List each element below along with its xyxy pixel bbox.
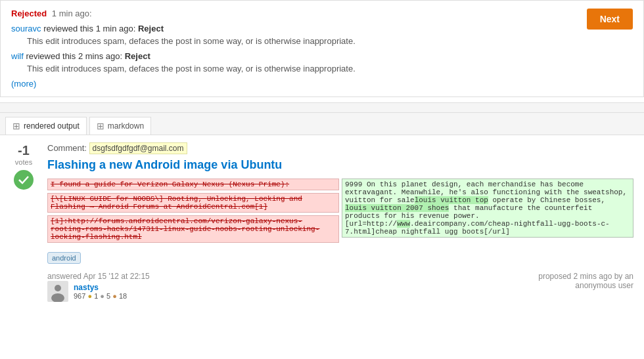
avatar [47, 281, 68, 302]
reviewer-1-time: 1 min ago: [96, 24, 136, 33]
comment-label: Comment: [47, 143, 87, 153]
comment-line: Comment: dsgfsdfgdfgdf@gmail.com [47, 143, 633, 153]
vote-count: -1 [18, 143, 30, 158]
answered-info: answered Apr 15 '12 at 22:15 [47, 272, 150, 281]
del-text-1: I found a guide for Verizon Galaxy Nexus… [47, 179, 339, 190]
post-cell: Comment: dsgfsdfgdfgdf@gmail.com Flashin… [47, 143, 633, 302]
reviewer-1-name[interactable]: souravc [11, 24, 41, 33]
ins-text-1: 9999 On this planet design, each merchan… [342, 179, 633, 238]
time-ago: 1 min ago: [52, 9, 92, 18]
rep-count: 967 [74, 292, 85, 300]
tag-container: android [47, 252, 633, 264]
post-title[interactable]: Flashing a new Android image via Ubuntu [47, 158, 633, 172]
rendered-tab-label: rendered output [24, 121, 80, 131]
reviewer-2-action: Reject [125, 51, 150, 61]
silver-count: 5 [106, 292, 110, 300]
user-name[interactable]: nastys [74, 283, 127, 292]
accepted-icon [14, 170, 34, 190]
user-info: nastys 967 ● 1 ● 5 ● 18 [74, 283, 127, 300]
reviewer-2-name[interactable]: wilf [11, 51, 24, 61]
post-footer: answered Apr 15 '12 at 22:15 nastys [47, 272, 633, 302]
reviewer-1: souravc reviewed this 1 min ago: Reject … [11, 24, 633, 46]
diff-left-col: I found a guide for Verizon Galaxy Nexus… [47, 179, 339, 245]
tabs-bar: ⊞ rendered output ⊞ markdown [0, 113, 644, 135]
rendered-tab-icon: ⊞ [12, 121, 20, 131]
answered-section: answered Apr 15 '12 at 22:15 nastys [47, 272, 150, 302]
reviewer-2-time: 2 mins ago: [78, 51, 122, 61]
comment-email: dsgfsdfgdfgdf@gmail.com [89, 142, 187, 154]
silver-badge: ● [100, 292, 104, 300]
markdown-tab-label: markdown [108, 121, 144, 131]
diff-container: I found a guide for Verizon Galaxy Nexus… [47, 179, 633, 245]
content-area: -1 votes Comment: dsgfsdfgdfgdf@gmail.co… [0, 135, 644, 310]
android-tag[interactable]: android [47, 252, 81, 264]
rejected-label: Rejected [11, 9, 47, 18]
del-text-2: [\[LINUX GUIDE for NOOBS\] Rooting, Unlo… [47, 193, 339, 213]
rejection-banner: Rejected 1 min ago: souravc reviewed thi… [0, 0, 644, 97]
vote-cell: -1 votes [11, 143, 37, 302]
proposed-info: proposed 2 mins ago by ananonymous user [538, 272, 633, 290]
svg-point-1 [55, 285, 61, 291]
diff-right-col: 9999 On this planet design, each merchan… [342, 179, 633, 245]
vote-label: votes [15, 158, 32, 166]
bronze-badge: ● [112, 292, 117, 300]
reviewer-1-action: Reject [138, 24, 164, 33]
tab-markdown[interactable]: ⊞ markdown [89, 117, 151, 135]
reviewer-2: wilf reviewed this 2 mins ago: Reject Th… [11, 51, 633, 74]
gold-badge: ● [87, 292, 92, 300]
markdown-tab-icon: ⊞ [97, 121, 104, 131]
section-divider [0, 102, 644, 113]
del-text-3: [1]:http://forums.androidcentral.com/ver… [47, 215, 339, 243]
reviewer-1-reason: This edit introduces spam, defaces the p… [27, 36, 633, 46]
post-layout: -1 votes Comment: dsgfsdfgdfgdf@gmail.co… [11, 143, 633, 302]
next-button[interactable]: Next [587, 9, 633, 30]
user-rep: 967 ● 1 ● 5 ● 18 [74, 292, 127, 300]
tab-rendered[interactable]: ⊞ rendered output [5, 117, 87, 135]
reviewer-2-reason: This edit introduces spam, defaces the p… [27, 64, 633, 74]
bronze-count: 18 [119, 292, 127, 300]
more-link[interactable]: (more) [11, 79, 36, 89]
user-card: nastys 967 ● 1 ● 5 ● 18 [47, 281, 150, 302]
gold-count: 1 [94, 292, 98, 300]
